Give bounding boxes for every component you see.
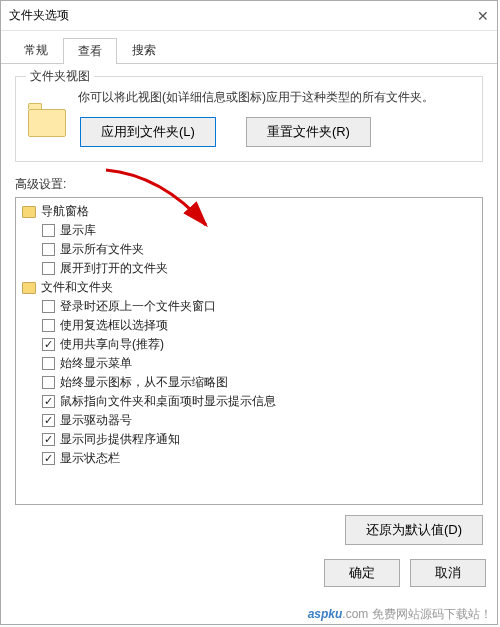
checkbox[interactable] (42, 433, 55, 446)
checkbox[interactable] (42, 338, 55, 351)
tab-search[interactable]: 搜索 (117, 37, 171, 63)
tree-item[interactable]: 显示驱动器号 (18, 411, 480, 430)
checkbox[interactable] (42, 395, 55, 408)
tree-item-label: 使用复选框以选择项 (60, 317, 168, 334)
apply-to-folders-button[interactable]: 应用到文件夹(L) (80, 117, 216, 147)
tree-item[interactable]: 使用复选框以选择项 (18, 316, 480, 335)
tree-item-label: 显示驱动器号 (60, 412, 132, 429)
tree-group-label: 导航窗格 (41, 203, 89, 220)
tree-item[interactable]: 使用共享向导(推荐) (18, 335, 480, 354)
restore-defaults-button[interactable]: 还原为默认值(D) (345, 515, 483, 545)
tab-general[interactable]: 常规 (9, 37, 63, 63)
ok-button[interactable]: 确定 (324, 559, 400, 587)
window-title: 文件夹选项 (9, 7, 449, 24)
folder-tree-icon (22, 206, 36, 218)
tab-content: 文件夹视图 你可以将此视图(如详细信息或图标)应用于这种类型的所有文件夹。 应用… (1, 64, 497, 557)
folder-icon (28, 101, 68, 137)
tree-item-label: 鼠标指向文件夹和桌面项时显示提示信息 (60, 393, 276, 410)
checkbox[interactable] (42, 414, 55, 427)
tree-item-label: 显示所有文件夹 (60, 241, 144, 258)
dialog-footer: 确定 取消 (0, 549, 500, 597)
fieldset-description: 你可以将此视图(如详细信息或图标)应用于这种类型的所有文件夹。 应用到文件夹(L… (78, 87, 470, 147)
tree-item-label: 显示库 (60, 222, 96, 239)
tree-item-label: 展开到打开的文件夹 (60, 260, 168, 277)
tree-item[interactable]: 显示库 (18, 221, 480, 240)
watermark: aspku.com 免费网站源码下载站！ (306, 606, 494, 623)
watermark-suffix: .com (342, 607, 368, 621)
tree-item[interactable]: 展开到打开的文件夹 (18, 259, 480, 278)
advanced-settings-label: 高级设置: (15, 176, 483, 193)
tree-item-label: 显示同步提供程序通知 (60, 431, 180, 448)
tree-item[interactable]: 始终显示菜单 (18, 354, 480, 373)
tab-strip: 常规 查看 搜索 (1, 31, 497, 64)
tree-item-label: 始终显示菜单 (60, 355, 132, 372)
checkbox[interactable] (42, 300, 55, 313)
tree-item[interactable]: 登录时还原上一个文件夹窗口 (18, 297, 480, 316)
folder-options-window: 文件夹选项 ✕ 常规 查看 搜索 文件夹视图 你可以将此视图(如详细信息或图标)… (0, 0, 498, 625)
close-icon[interactable]: ✕ (449, 8, 489, 24)
tree-item-label: 使用共享向导(推荐) (60, 336, 164, 353)
watermark-brand: aspku (308, 607, 343, 621)
checkbox[interactable] (42, 224, 55, 237)
tree-item[interactable]: 显示所有文件夹 (18, 240, 480, 259)
watermark-tagline: 免费网站源码下载站！ (372, 607, 492, 621)
tree-item[interactable]: 显示状态栏 (18, 449, 480, 468)
cancel-button[interactable]: 取消 (410, 559, 486, 587)
tree-item-label: 显示状态栏 (60, 450, 120, 467)
checkbox[interactable] (42, 319, 55, 332)
tree-group: 导航窗格 (18, 202, 480, 221)
advanced-settings-list[interactable]: 导航窗格显示库显示所有文件夹展开到打开的文件夹文件和文件夹登录时还原上一个文件夹… (15, 197, 483, 505)
checkbox[interactable] (42, 243, 55, 256)
folder-view-fieldset: 文件夹视图 你可以将此视图(如详细信息或图标)应用于这种类型的所有文件夹。 应用… (15, 76, 483, 162)
checkbox[interactable] (42, 357, 55, 370)
tree-item[interactable]: 始终显示图标，从不显示缩略图 (18, 373, 480, 392)
tree-group-label: 文件和文件夹 (41, 279, 113, 296)
checkbox[interactable] (42, 376, 55, 389)
tree-item-label: 始终显示图标，从不显示缩略图 (60, 374, 228, 391)
tree-group: 文件和文件夹 (18, 278, 480, 297)
checkbox[interactable] (42, 262, 55, 275)
tree-item[interactable]: 显示同步提供程序通知 (18, 430, 480, 449)
checkbox[interactable] (42, 452, 55, 465)
folder-tree-icon (22, 282, 36, 294)
description-text: 你可以将此视图(如详细信息或图标)应用于这种类型的所有文件夹。 (78, 87, 470, 107)
tree-item-label: 登录时还原上一个文件夹窗口 (60, 298, 216, 315)
reset-folders-button[interactable]: 重置文件夹(R) (246, 117, 371, 147)
fieldset-legend: 文件夹视图 (26, 68, 94, 85)
tab-view[interactable]: 查看 (63, 38, 117, 64)
tree-item[interactable]: 鼠标指向文件夹和桌面项时显示提示信息 (18, 392, 480, 411)
titlebar: 文件夹选项 ✕ (1, 1, 497, 31)
